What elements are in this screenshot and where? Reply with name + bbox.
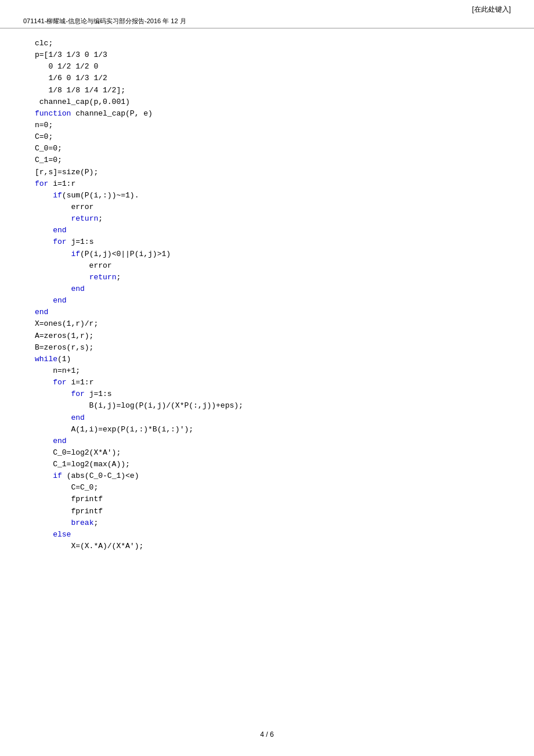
code-line: X=ones(1,r)/r;	[35, 318, 499, 330]
header-placeholder: [在此处键入]	[0, 0, 534, 16]
code-line: B(i,j)=log(P(i,j)/(X*P(:,j))+eps);	[35, 400, 499, 412]
document-title: 071141-柳耀城-信息论与编码实习部分报告-2016 年 12 月	[0, 16, 534, 28]
code-line: channel_cap(p,0.001)	[35, 96, 499, 108]
code-line: error	[35, 260, 499, 272]
code-line: if(sum(P(i,:))~=1).	[35, 190, 499, 201]
code-line: for j=1:s	[35, 388, 499, 400]
code-line: C_0=0;	[35, 143, 499, 154]
code-line: function channel_cap(P, e)	[35, 108, 499, 120]
code-block: clc;p=[1/3 1/3 0 1/3 0 1/2 1/2 0 1/6 0 1…	[0, 38, 534, 587]
code-line: A(1,i)=exp(P(i,:)*B(i,:)');	[35, 424, 499, 435]
code-line: error	[35, 201, 499, 213]
code-line: X=(X.*A)/(X*A');	[35, 541, 499, 552]
code-line: break;	[35, 517, 499, 529]
code-line: C_1=log2(max(A));	[35, 459, 499, 470]
code-line: end	[35, 283, 499, 295]
code-line: p=[1/3 1/3 0 1/3	[35, 49, 499, 61]
code-line: C_1=0;	[35, 154, 499, 166]
code-line: 1/8 1/8 1/4 1/2];	[35, 85, 499, 96]
code-line: else	[35, 529, 499, 541]
code-line: C=C_0;	[35, 482, 499, 494]
code-line: B=zeros(r,s);	[35, 342, 499, 354]
code-line: for i=1:r	[35, 178, 499, 190]
code-line: C=0;	[35, 131, 499, 143]
code-line: 1/6 0 1/3 1/2	[35, 73, 499, 84]
code-line: C_0=log2(X*A');	[35, 447, 499, 459]
code-line: clc;	[35, 38, 499, 49]
code-line: n=0;	[35, 120, 499, 131]
code-line: end	[35, 435, 499, 447]
page-number: 4 / 6	[0, 730, 534, 739]
code-line: while(1)	[35, 354, 499, 365]
code-line: end	[35, 307, 499, 318]
code-line: fprintf	[35, 494, 499, 505]
code-line: end	[35, 412, 499, 424]
code-line: return;	[35, 213, 499, 225]
code-line: n=n+1;	[35, 365, 499, 377]
code-line: fprintf	[35, 506, 499, 517]
code-line: end	[35, 295, 499, 307]
code-line: return;	[35, 272, 499, 283]
code-line: 0 1/2 1/2 0	[35, 61, 499, 73]
code-line: for j=1:s	[35, 236, 499, 248]
code-line: if(P(i,j)<0||P(i,j)>1)	[35, 249, 499, 260]
code-line: for i=1:r	[35, 377, 499, 388]
code-line: A=zeros(1,r);	[35, 330, 499, 342]
code-line: if (abs(C_0-C_1)<e)	[35, 470, 499, 482]
code-line: end	[35, 225, 499, 236]
code-line: [r,s]=size(P);	[35, 167, 499, 178]
